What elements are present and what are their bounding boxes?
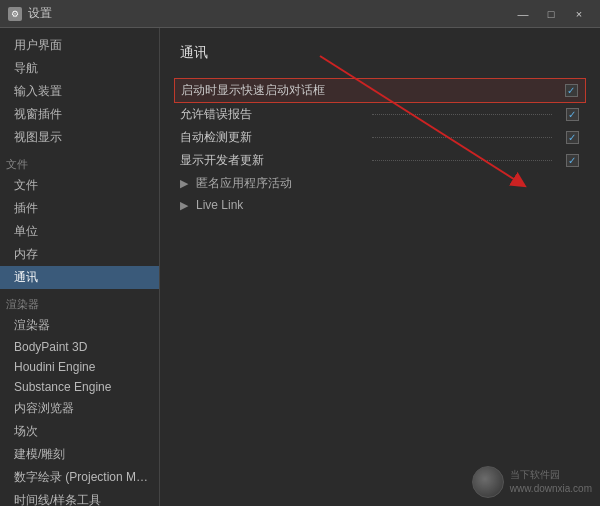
sidebar-item-takes[interactable]: 场次: [0, 420, 159, 443]
sidebar-item-comms[interactable]: 通讯: [0, 266, 159, 289]
sidebar-item-userinterface[interactable]: 用户界面: [0, 34, 159, 57]
watermark-line1: 当下软件园: [510, 468, 592, 482]
dots-errorreport: [372, 114, 552, 115]
sidebar-item-navigation[interactable]: 导航: [0, 57, 159, 80]
close-button[interactable]: ×: [566, 4, 592, 24]
dots-autoupdate: [372, 137, 552, 138]
setting-row-livelink: ▶ Live Link: [180, 195, 580, 215]
bullet-anonymous: ▶: [180, 177, 188, 190]
sidebar-item-units[interactable]: 单位: [0, 220, 159, 243]
checkbox-errorreport-wrapper: [564, 107, 580, 123]
content-title: 通讯: [180, 44, 580, 62]
sidebar-item-substance[interactable]: Substance Engine: [0, 377, 159, 397]
checkbox-quicklaunch-wrapper: [563, 83, 579, 99]
sidebar-item-projection-man[interactable]: 数字绘录 (Projection Man): [0, 466, 159, 489]
maximize-button[interactable]: □: [538, 4, 564, 24]
title-left: ⚙ 设置: [8, 5, 52, 22]
setting-label-livelink: Live Link: [192, 198, 243, 212]
content-area: 通讯 启动时显示快速启动对话框 允许错误报告 自动检测更新: [160, 28, 600, 506]
bullet-livelink: ▶: [180, 199, 188, 212]
minimize-button[interactable]: —: [510, 4, 536, 24]
sidebar-item-bodypaint[interactable]: BodyPaint 3D: [0, 337, 159, 357]
checkbox-autoupdate[interactable]: [566, 131, 579, 144]
watermark-logo: [472, 466, 504, 498]
setting-label-autoupdate: 自动检测更新: [180, 129, 360, 146]
checkbox-quicklaunch[interactable]: [565, 84, 578, 97]
main-layout: 用户界面 导航 输入装置 视窗插件 视图显示 文件 文件 插件 单位 内存 通讯…: [0, 28, 600, 506]
checkbox-autoupdate-wrapper: [564, 130, 580, 146]
setting-row-quicklaunch: 启动时显示快速启动对话框: [174, 78, 586, 103]
setting-label-quicklaunch: 启动时显示快速启动对话框: [181, 82, 555, 99]
setting-row-devupdate: 显示开发者更新: [180, 149, 580, 172]
watermark: 当下软件园 www.downxia.com: [472, 466, 592, 498]
section-renderer: 渲染器: [0, 293, 159, 314]
checkbox-devupdate[interactable]: [566, 154, 579, 167]
watermark-text: 当下软件园 www.downxia.com: [510, 468, 592, 496]
sidebar: 用户界面 导航 输入装置 视窗插件 视图显示 文件 文件 插件 单位 内存 通讯…: [0, 28, 160, 506]
sidebar-item-viewport-plugin[interactable]: 视窗插件: [0, 103, 159, 126]
checkbox-errorreport[interactable]: [566, 108, 579, 121]
window-title: 设置: [28, 5, 52, 22]
sidebar-item-renderer[interactable]: 渲染器: [0, 314, 159, 337]
sidebar-item-timeline[interactable]: 时间线/样条工具: [0, 489, 159, 506]
sidebar-item-memory[interactable]: 内存: [0, 243, 159, 266]
settings-group: 启动时显示快速启动对话框 允许错误报告 自动检测更新: [180, 78, 580, 215]
sidebar-item-input[interactable]: 输入装置: [0, 80, 159, 103]
title-bar: ⚙ 设置 — □ ×: [0, 0, 600, 28]
setting-label-errorreport: 允许错误报告: [180, 106, 360, 123]
sidebar-item-viewport-display[interactable]: 视图显示: [0, 126, 159, 149]
sidebar-item-content-browser[interactable]: 内容浏览器: [0, 397, 159, 420]
setting-label-devupdate: 显示开发者更新: [180, 152, 360, 169]
checkbox-devupdate-wrapper: [564, 153, 580, 169]
setting-row-autoupdate: 自动检测更新: [180, 126, 580, 149]
watermark-line2: www.downxia.com: [510, 482, 592, 496]
setting-label-anonymous: 匿名应用程序活动: [192, 175, 292, 192]
sidebar-item-modeling[interactable]: 建模/雕刻: [0, 443, 159, 466]
sidebar-item-file[interactable]: 文件: [0, 174, 159, 197]
window-controls: — □ ×: [510, 4, 592, 24]
sidebar-item-houdini[interactable]: Houdini Engine: [0, 357, 159, 377]
dots-devupdate: [372, 160, 552, 161]
settings-icon: ⚙: [8, 7, 22, 21]
setting-row-errorreport: 允许错误报告: [180, 103, 580, 126]
sidebar-item-plugins[interactable]: 插件: [0, 197, 159, 220]
section-file: 文件: [0, 153, 159, 174]
setting-row-anonymous: ▶ 匿名应用程序活动: [180, 172, 580, 195]
